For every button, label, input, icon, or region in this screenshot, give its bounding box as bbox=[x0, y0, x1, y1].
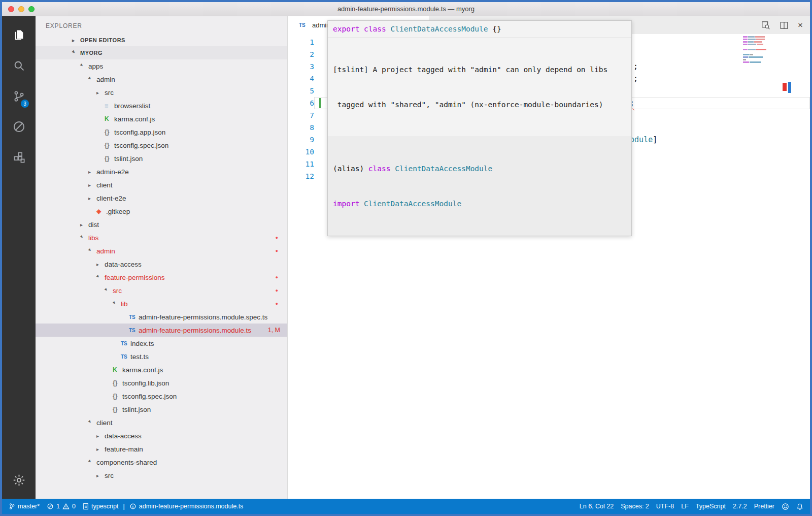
tree-folder-dist[interactable]: ▸dist bbox=[36, 218, 287, 231]
tree-folder-src[interactable]: ▸src bbox=[36, 469, 287, 482]
line-number: 1 bbox=[288, 36, 314, 48]
line-number: 2 bbox=[288, 48, 314, 60]
code-token: ClientDataAccessModule bbox=[391, 25, 488, 33]
tree-folder-libs[interactable]: ▸libs● bbox=[36, 231, 287, 244]
tree-folder-components-shared[interactable]: ▸components-shared bbox=[36, 456, 287, 469]
lint-message-line1: [tslint] A project tagged with "admin" c… bbox=[333, 64, 626, 76]
split-editor-icon[interactable] bbox=[780, 21, 789, 30]
chevron-collapsed-icon: ▸ bbox=[96, 446, 105, 452]
tree-file-.gitkeep[interactable]: ◈.gitkeep bbox=[36, 205, 287, 218]
tree-folder-lib[interactable]: ▸lib● bbox=[36, 297, 287, 310]
encoding-status[interactable]: UTF-8 bbox=[653, 499, 678, 514]
tree-folder-client[interactable]: ▸client bbox=[36, 178, 287, 191]
scm-badge: 3 bbox=[21, 100, 29, 108]
code-token: ClientDataAccessModule bbox=[395, 165, 492, 173]
workspace-root-label: MYORG bbox=[80, 50, 103, 56]
titlebar[interactable]: admin-feature-permissions.module.ts — my… bbox=[2, 2, 810, 16]
tree-file-index.ts[interactable]: TSindex.ts bbox=[36, 337, 287, 350]
tree-folder-src[interactable]: ▸src bbox=[36, 86, 287, 99]
activity-bar: 3 bbox=[2, 16, 36, 499]
tree-file-tsconfig.spec.json[interactable]: {}tsconfig.spec.json bbox=[36, 139, 287, 152]
modified-gutter-bar bbox=[319, 98, 321, 108]
tree-folder-src[interactable]: ▸src● bbox=[36, 284, 287, 297]
tree-item-label: tsconfig.lib.json bbox=[122, 379, 169, 387]
line-number: 6 bbox=[288, 97, 314, 109]
close-window-button[interactable] bbox=[8, 6, 14, 12]
eol-status[interactable]: LF bbox=[678, 499, 692, 514]
tree-folder-admin[interactable]: ▸admin● bbox=[36, 244, 287, 257]
tree-folder-feature-main[interactable]: ▸feature-main bbox=[36, 442, 287, 456]
tree-item-label: tslint.json bbox=[122, 406, 151, 413]
lint-message-line2: tagged with "shared", "admin" (nx-enforc… bbox=[333, 99, 626, 111]
ts-version[interactable]: 2.7.2 bbox=[729, 499, 751, 514]
tree-item-label: feature-main bbox=[105, 445, 143, 453]
line-number: 3 bbox=[288, 60, 314, 73]
tree-file-tslint.json[interactable]: {}tslint.json bbox=[36, 152, 287, 165]
tree-file-browserslist[interactable]: ≡browserslist bbox=[36, 99, 287, 112]
tslint-file-status[interactable]: admin-feature-permissions.module.ts bbox=[126, 499, 247, 514]
tree-folder-client[interactable]: ▸client bbox=[36, 416, 287, 429]
code-token: ] bbox=[653, 135, 657, 144]
branch-name: master* bbox=[18, 503, 40, 510]
tree-file-tslint.json[interactable]: {}tslint.json bbox=[36, 403, 287, 416]
json-file-icon: {} bbox=[113, 393, 122, 400]
extensions-icon[interactable] bbox=[7, 145, 31, 169]
tree-file-tsconfig.spec.json[interactable]: {}tsconfig.spec.json bbox=[36, 390, 287, 403]
tree-item-label: components-shared bbox=[96, 459, 157, 466]
chevron-collapsed-icon: ▸ bbox=[96, 262, 105, 267]
tree-item-label: src bbox=[105, 472, 114, 479]
typescript-status[interactable]: typescript bbox=[79, 499, 122, 514]
workspace-root-header[interactable]: ▸ MYORG bbox=[36, 46, 287, 59]
tree-item-label: src bbox=[113, 287, 122, 295]
ts-file-icon: TS bbox=[129, 314, 139, 320]
language-mode[interactable]: TypeScript bbox=[692, 499, 729, 514]
feedback-smiley-icon[interactable] bbox=[778, 499, 793, 514]
search-icon[interactable] bbox=[7, 54, 31, 77]
ts-file-icon: TS bbox=[121, 354, 130, 360]
karma-file-icon: K bbox=[105, 115, 114, 122]
explorer-icon[interactable] bbox=[7, 23, 31, 47]
typescript-project-icon bbox=[83, 503, 89, 510]
minimap[interactable] bbox=[743, 36, 774, 64]
open-editors-section[interactable]: ▸ OPEN EDITORS bbox=[36, 34, 287, 46]
cursor-position[interactable]: Ln 6, Col 22 bbox=[576, 499, 617, 514]
tree-file-karma.conf.js[interactable]: Kkarma.conf.js bbox=[36, 112, 287, 125]
tree-file-admin-feature-permissions.module.ts[interactable]: TSadmin-feature-permissions.module.ts1, … bbox=[36, 324, 287, 337]
formatter-status[interactable]: Prettier bbox=[751, 499, 778, 514]
tree-folder-admin-e2e[interactable]: ▸admin-e2e bbox=[36, 165, 287, 178]
code-token: class bbox=[368, 165, 395, 173]
tree-folder-client-e2e[interactable]: ▸client-e2e bbox=[36, 191, 287, 205]
source-control-icon[interactable]: 3 bbox=[7, 84, 31, 108]
tree-item-label: libs bbox=[88, 234, 98, 242]
tree-folder-data-access[interactable]: ▸data-access bbox=[36, 429, 287, 442]
open-preview-icon[interactable] bbox=[761, 21, 770, 30]
notifications-bell-icon[interactable] bbox=[793, 499, 807, 514]
tree-folder-data-access[interactable]: ▸data-access bbox=[36, 257, 287, 271]
minimize-window-button[interactable] bbox=[18, 6, 24, 12]
close-editor-icon[interactable]: × bbox=[798, 21, 803, 29]
tree-file-tsconfig.app.json[interactable]: {}tsconfig.app.json bbox=[36, 125, 287, 139]
line-number: 5 bbox=[288, 85, 314, 97]
tree-folder-feature-permissions[interactable]: ▸feature-permissions● bbox=[36, 271, 287, 284]
tree-file-test.ts[interactable]: TStest.ts bbox=[36, 350, 287, 363]
tree-item-label: admin-feature-permissions.module.ts bbox=[139, 327, 251, 334]
tree-item-label: lib bbox=[121, 300, 128, 308]
tree-file-tsconfig.lib.json[interactable]: {}tsconfig.lib.json bbox=[36, 376, 287, 390]
tree-file-admin-feature-permissions.module.spec.ts[interactable]: TSadmin-feature-permissions.module.spec.… bbox=[36, 310, 287, 324]
problems-status[interactable]: 1 0 bbox=[43, 499, 79, 514]
tree-file-karma.conf.js[interactable]: Kkarma.conf.js bbox=[36, 363, 287, 376]
indentation-status[interactable]: Spaces: 2 bbox=[617, 499, 653, 514]
git-branch-status[interactable]: master* bbox=[5, 499, 43, 514]
tree-item-label: tsconfig.app.json bbox=[114, 128, 165, 136]
tree-item-label: data-access bbox=[105, 432, 142, 440]
hover-import-line: import ClientDataAccessModule bbox=[333, 198, 626, 210]
tree-folder-apps[interactable]: ▸apps bbox=[36, 59, 287, 73]
zoom-window-button[interactable] bbox=[28, 6, 35, 12]
open-editors-label: OPEN EDITORS bbox=[80, 37, 125, 43]
settings-gear-icon[interactable] bbox=[7, 468, 31, 492]
sidebar-title: EXPLORER bbox=[36, 16, 287, 34]
tree-folder-admin[interactable]: ▸admin bbox=[36, 73, 287, 86]
debug-disabled-icon[interactable] bbox=[7, 115, 31, 138]
list-file-icon: ≡ bbox=[105, 102, 114, 110]
chevron-expanded-icon: ▸ bbox=[112, 300, 121, 309]
